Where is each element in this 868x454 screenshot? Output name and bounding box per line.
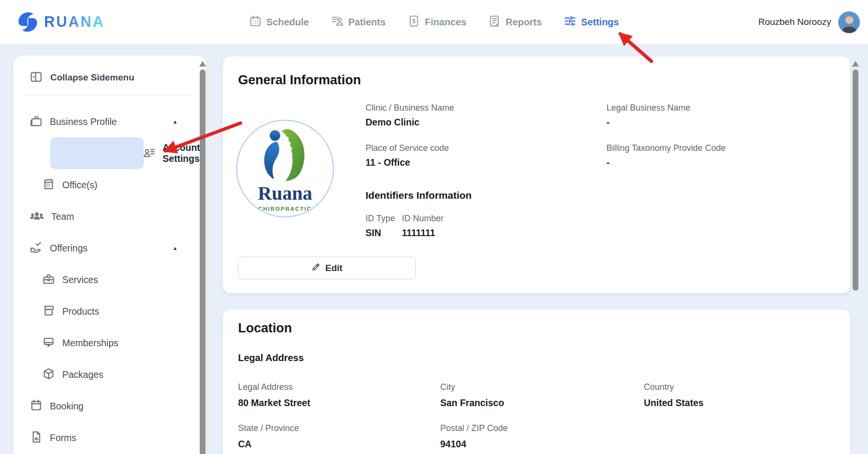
id-number-label: ID Number [402, 214, 444, 224]
field-label-city: City [440, 382, 455, 392]
user-menu[interactable]: Rouzbeh Noroozy [758, 0, 860, 44]
clinic-logo-art [250, 127, 320, 181]
field-value-state-province: CA [238, 439, 251, 450]
ruana-logo-icon [17, 11, 38, 33]
field-label-legal-business-name: Legal Business Name [606, 103, 690, 113]
field-value-postal-zip: 94104 [440, 439, 466, 450]
edit-button[interactable]: Edit [238, 257, 416, 279]
svg-text:$: $ [412, 18, 415, 24]
field-label-country: Country [644, 382, 674, 392]
brand-name: RUANA [44, 13, 105, 31]
main-scroll-up-arrow[interactable] [852, 61, 859, 67]
nav-item-patients[interactable]: Patients [331, 15, 386, 30]
sidebar-item-booking[interactable]: Booking [13, 390, 206, 422]
top-navigation: Schedule Patients $ Finan [249, 0, 619, 44]
finances-document-icon: $ [408, 15, 420, 30]
identifiers-information-title: Identifiers Information [365, 190, 472, 201]
nav-item-reports[interactable]: Reports [488, 15, 542, 30]
field-label-postal-zip: Postal / ZIP Code [440, 423, 508, 433]
collapse-sidemenu-icon [30, 70, 43, 85]
memberships-award-icon [42, 336, 55, 351]
field-value-place-of-service: 11 - Office [365, 157, 410, 168]
collapse-sidemenu-label: Collapse Sidemenu [50, 72, 134, 83]
edit-button-label: Edit [325, 263, 343, 273]
legal-address-section-title: Legal Address [238, 352, 304, 363]
offerings-hand-icon [30, 241, 43, 256]
field-value-billing-taxonomy: - [606, 157, 610, 168]
field-label-state-province: State / Province [238, 423, 299, 433]
id-type-label: ID Type [365, 214, 395, 224]
id-type-value: SIN [365, 227, 381, 238]
products-storefront-icon [42, 304, 55, 319]
clinic-logo-name: Ruana [237, 182, 333, 204]
field-label-billing-taxonomy: Billing Taxonomy Provide Code [606, 143, 726, 153]
sidebar-menu: Business Profile ▲ Account Settings [13, 106, 206, 454]
sidebar-item-offerings[interactable]: Offerings ▲ [13, 232, 206, 264]
field-value-country: United States [644, 397, 704, 409]
field-value-city: San Francisco [440, 397, 504, 409]
general-information-card: General Information [223, 57, 850, 293]
pencil-icon [311, 262, 320, 274]
team-people-icon [30, 209, 44, 224]
field-label-place-of-service: Place of Service code [365, 143, 449, 153]
field-value-legal-address: 80 Market Street [238, 397, 310, 409]
user-name: Rouzbeh Noroozy [758, 17, 831, 27]
nav-item-settings[interactable]: Settings [564, 15, 619, 30]
field-label-legal-address: Legal Address [238, 382, 293, 392]
collapse-sidemenu-button[interactable]: Collapse Sidemenu [13, 64, 206, 91]
sidebar-item-account-settings[interactable]: Account Settings [13, 137, 206, 169]
sidebar-item-forms[interactable]: Forms [13, 422, 206, 454]
chevron-up-icon[interactable]: ▲ [172, 245, 178, 251]
services-toolbox-icon [42, 272, 55, 287]
booking-calendar-icon [30, 399, 43, 414]
office-building-icon [42, 178, 55, 193]
clinic-logo: Ruana — CHIROPRACTIC — [236, 120, 334, 217]
nav-item-finances[interactable]: $ Finances [408, 15, 467, 30]
settings-sliders-icon [564, 15, 576, 30]
nav-label: Patients [348, 17, 386, 28]
user-avatar[interactable] [838, 11, 860, 34]
sidebar-item-packages[interactable]: Packages [13, 359, 206, 390]
clinic-logo-tagline: — CHIROPRACTIC — [237, 206, 333, 212]
field-value-clinic-name: Demo Clinic [365, 117, 420, 128]
sidebar-scrollbar[interactable] [200, 69, 206, 454]
nav-label: Settings [581, 17, 619, 28]
account-person-icon [143, 146, 156, 161]
sidebar-item-offices[interactable]: Office(s) [13, 169, 206, 201]
app-root: RUANA Schedule Patie [0, 0, 868, 454]
location-card: Location Legal Address Legal Address 80 … [223, 309, 850, 454]
sidebar-item-business-profile[interactable]: Business Profile ▲ [13, 106, 206, 137]
sidebar-item-team[interactable]: Team [13, 201, 206, 232]
sidebar-item-products[interactable]: Products [13, 295, 206, 327]
chevron-up-icon[interactable]: ▲ [172, 119, 178, 125]
top-header: RUANA Schedule Patie [0, 0, 868, 44]
nav-label: Reports [505, 17, 542, 28]
patients-list-icon [331, 15, 343, 30]
reports-document-icon [488, 15, 501, 30]
field-value-legal-business-name: - [606, 117, 610, 128]
briefcase-icon [30, 114, 43, 129]
nav-label: Schedule [266, 17, 309, 28]
sidebar-scroll-up-arrow[interactable] [199, 61, 206, 67]
packages-cube-icon [42, 367, 55, 382]
nav-label: Finances [425, 17, 467, 28]
sidebar-item-memberships[interactable]: Memberships [13, 327, 206, 359]
sidebar: Collapse Sidemenu Business Profile ▲ [13, 56, 206, 454]
general-information-title: General Information [238, 73, 361, 88]
sidebar-item-services[interactable]: Services [13, 264, 206, 295]
active-item-highlight [50, 137, 144, 169]
field-label-clinic-name: Clinic / Business Name [365, 103, 454, 113]
location-title: Location [238, 321, 292, 336]
forms-document-icon [30, 431, 43, 445]
nav-item-schedule[interactable]: Schedule [249, 15, 309, 30]
brand-logo[interactable]: RUANA [17, 0, 105, 44]
main-scrollbar[interactable] [853, 69, 858, 291]
id-number-value: 1111111 [402, 227, 435, 238]
sidebar-divider [23, 95, 191, 95]
schedule-calendar-icon [249, 15, 262, 30]
